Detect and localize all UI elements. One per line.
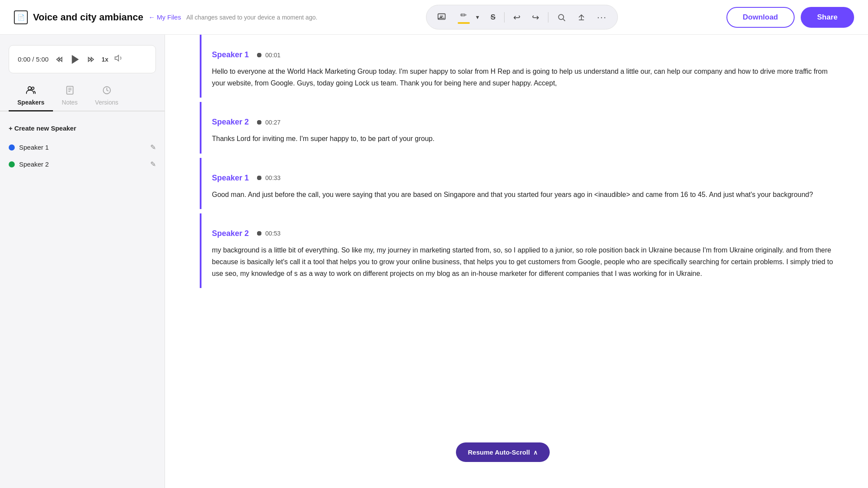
audio-player: 0:00 / 5:00 1x [9, 45, 156, 73]
speakers-icon [26, 85, 36, 97]
player-speed[interactable]: 1x [102, 56, 109, 63]
transcript-text-1: Thanks Lord for inviting me. I'm super h… [212, 133, 833, 144]
resume-autoscroll-button[interactable]: Resume Auto-Scroll ∧ [456, 442, 550, 462]
transcript-block-3: Speaker 2 ⏺ 00:53 my background is a lit… [200, 213, 833, 288]
svg-marker-5 [115, 56, 119, 61]
svg-marker-4 [72, 56, 78, 63]
play-button[interactable] [70, 55, 80, 64]
page-title: Voice and city ambiance [33, 12, 143, 23]
upload-button[interactable] [574, 11, 588, 23]
toolbar: ✏ ▼ S ↩ ↪ ··· [426, 5, 618, 29]
more-button[interactable]: ··· [594, 10, 610, 24]
clock-icon-1: ⏺ [256, 118, 263, 126]
undo-button[interactable]: ↩ [511, 10, 523, 24]
speaker-row-2: Speaker 2 ✎ [9, 156, 156, 173]
speaker-name-3: Speaker 2 [212, 229, 249, 238]
speaker-1-edit-button[interactable]: ✎ [150, 143, 156, 151]
download-button[interactable]: Download [726, 7, 795, 28]
timestamp-1: ⏺ 00:27 [256, 118, 281, 126]
comment-button[interactable] [434, 11, 449, 24]
transcript-text-2: Good man. And just before the call, you … [212, 189, 833, 200]
timestamp-2: ⏺ 00:33 [256, 174, 281, 182]
notes-icon [65, 85, 75, 97]
player-time: 0:00 / 5:00 [18, 56, 49, 63]
transcript-text-0: Hello to everyone at the World Hack Mark… [212, 66, 833, 89]
sidebar-tabs: Speakers Notes Versions [0, 80, 165, 111]
search-button[interactable] [554, 11, 568, 23]
highlight-dropdown[interactable]: ▼ [473, 13, 482, 21]
transcript-block-1: Speaker 2 ⏺ 00:27 Thanks Lord for inviti… [200, 102, 833, 153]
timestamp-value-0: 00:01 [265, 52, 281, 59]
speaker-header-0: Speaker 1 ⏺ 00:01 [212, 50, 833, 59]
back-link[interactable]: ← My Files [149, 13, 181, 21]
chevron-up-icon: ∧ [533, 449, 538, 456]
clock-icon-0: ⏺ [256, 51, 263, 59]
speaker-1-dot [9, 144, 15, 151]
toolbar-divider-1 [504, 12, 505, 23]
speaker-1-info: Speaker 1 [9, 144, 49, 151]
speaker-2-dot [9, 161, 15, 167]
tab-notes-label: Notes [62, 99, 78, 106]
speakers-panel: + Create new Speaker Speaker 1 ✎ Speaker… [0, 111, 165, 488]
svg-point-7 [32, 87, 34, 90]
autosave-status: All changes saved to your device a momen… [186, 14, 317, 21]
clock-icon-3: ⏺ [256, 229, 263, 237]
share-button[interactable]: Share [801, 7, 854, 28]
timestamp-value-1: 00:27 [265, 119, 281, 126]
speaker-header-1: Speaker 2 ⏺ 00:27 [212, 118, 833, 127]
main-content: Speaker 1 ⏺ 00:01 Hello to everyone at t… [165, 35, 868, 488]
speaker-2-edit-button[interactable]: ✎ [150, 160, 156, 168]
tab-versions[interactable]: Versions [86, 82, 127, 111]
svg-line-2 [563, 19, 565, 21]
redo-button[interactable]: ↪ [529, 10, 542, 24]
speaker-2-name: Speaker 2 [19, 160, 49, 168]
timestamp-value-2: 00:33 [265, 174, 281, 181]
transcript-block-2: Speaker 1 ⏺ 00:33 Good man. And just bef… [200, 158, 833, 209]
volume-icon[interactable] [114, 53, 124, 65]
rewind-button[interactable] [55, 55, 64, 64]
resume-scroll-label: Resume Auto-Scroll [468, 449, 530, 456]
transcript-block-0: Speaker 1 ⏺ 00:01 Hello to everyone at t… [200, 35, 833, 98]
svg-point-6 [28, 87, 31, 90]
doc-icon: 📄 [14, 10, 28, 24]
timestamp-value-3: 00:53 [265, 230, 281, 237]
speaker-2-info: Speaker 2 [9, 160, 49, 168]
clock-icon-2: ⏺ [256, 174, 263, 182]
speaker-1-name: Speaker 1 [19, 144, 49, 151]
svg-point-1 [558, 14, 564, 20]
speaker-name-2: Speaker 1 [212, 174, 249, 183]
forward-button[interactable] [86, 55, 96, 64]
transcript-text-3: my background is a little bit of everyth… [212, 244, 833, 280]
speaker-header-3: Speaker 2 ⏺ 00:53 [212, 229, 833, 238]
versions-icon [102, 85, 112, 97]
speaker-name-0: Speaker 1 [212, 50, 249, 59]
highlight-tool[interactable]: ✏ ▼ [455, 9, 482, 26]
highlight-button[interactable]: ✏ [455, 9, 472, 26]
sidebar: 0:00 / 5:00 1x Speakers [0, 35, 165, 488]
create-speaker-button[interactable]: + Create new Speaker [9, 120, 156, 139]
timestamp-0: ⏺ 00:01 [256, 51, 281, 59]
timestamp-3: ⏺ 00:53 [256, 229, 281, 237]
tab-versions-label: Versions [95, 99, 119, 106]
header-actions: Download Share [726, 7, 854, 28]
tab-speakers-label: Speakers [17, 99, 44, 106]
speaker-row-1: Speaker 1 ✎ [9, 139, 156, 156]
app-body: 0:00 / 5:00 1x Speakers [0, 35, 868, 488]
header-left: 📄 Voice and city ambiance ← My Files All… [14, 10, 317, 24]
tab-speakers[interactable]: Speakers [9, 82, 53, 111]
toolbar-divider-2 [548, 12, 548, 23]
speaker-header-2: Speaker 1 ⏺ 00:33 [212, 174, 833, 183]
header: 📄 Voice and city ambiance ← My Files All… [0, 0, 868, 35]
tab-notes[interactable]: Notes [53, 82, 86, 111]
speaker-name-1: Speaker 2 [212, 118, 249, 127]
strikethrough-button[interactable]: S [488, 11, 498, 23]
